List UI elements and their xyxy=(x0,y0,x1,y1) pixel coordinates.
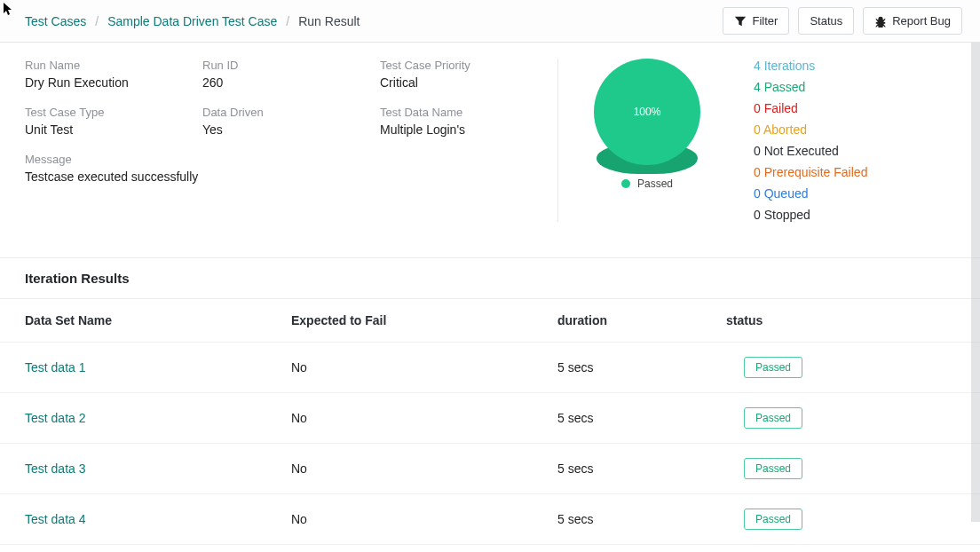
col-status: status xyxy=(726,313,955,327)
stat-prerequisite-failed[interactable]: 0 Prerequisite Failed xyxy=(754,165,867,179)
field-message: Message Testcase executed successfully xyxy=(25,153,557,184)
data-set-link[interactable]: Test data 2 xyxy=(25,411,291,425)
data-set-link[interactable]: Test data 3 xyxy=(25,461,291,476)
stat-passed-label: Passed xyxy=(764,80,806,94)
duration-value: 5 secs xyxy=(557,461,726,476)
status-badge: Passed xyxy=(744,357,802,378)
stats-list: 4 Iterations 4 Passed 0 Failed 0 Aborted… xyxy=(754,59,867,222)
breadcrumb-sep: / xyxy=(286,14,289,28)
stat-prereq-label: Prerequisite Failed xyxy=(764,165,868,179)
exp-fail-value: No xyxy=(291,461,557,476)
stat-queued[interactable]: 0 Queued xyxy=(754,186,867,201)
stat-queued-label: Queued xyxy=(764,186,809,201)
iteration-header-row: Data Set Name Expected to Fail duration … xyxy=(0,299,980,343)
bug-icon xyxy=(874,15,887,28)
breadcrumb-sep: / xyxy=(95,14,99,28)
stat-passed-count: 4 xyxy=(754,80,761,94)
duration-value: 5 secs xyxy=(557,411,726,425)
run-name-label: Run Name xyxy=(25,59,202,72)
priority-value: Critical xyxy=(380,75,557,90)
scrollbar-vertical[interactable] xyxy=(971,43,980,522)
legend-dot-passed xyxy=(621,179,630,188)
pie-legend: Passed xyxy=(621,177,673,190)
field-test-data-name: Test Data Name Multiple Login's xyxy=(380,106,557,137)
data-set-link[interactable]: Test data 4 xyxy=(25,512,291,526)
summary-fields: Run Name Dry Run Execution Run ID 260 Te… xyxy=(25,59,557,222)
filter-label: Filter xyxy=(752,14,778,28)
status-badge: Passed xyxy=(744,509,802,530)
filter-icon xyxy=(734,15,747,28)
stat-stopped-label: Stopped xyxy=(764,208,810,222)
filter-button[interactable]: Filter xyxy=(723,7,789,35)
duration-value: 5 secs xyxy=(557,512,726,526)
stat-aborted-label: Aborted xyxy=(763,122,807,137)
stat-prereq-count: 0 xyxy=(754,165,761,179)
pie-chart: 100% xyxy=(594,59,700,165)
field-priority: Test Case Priority Critical xyxy=(380,59,557,90)
stat-stopped-count: 0 xyxy=(754,208,761,222)
iteration-table: Data Set Name Expected to Fail duration … xyxy=(0,299,980,545)
field-case-type: Test Case Type Unit Test xyxy=(25,106,202,137)
test-data-name-value: Multiple Login's xyxy=(380,122,557,137)
message-label: Message xyxy=(25,153,557,166)
stat-aborted[interactable]: 0 Aborted xyxy=(754,122,867,137)
field-run-name: Run Name Dry Run Execution xyxy=(25,59,202,90)
exp-fail-value: No xyxy=(291,512,557,526)
breadcrumb: Test Cases / Sample Data Driven Test Cas… xyxy=(25,14,360,28)
field-data-driven: Data Driven Yes xyxy=(202,106,380,137)
report-bug-button[interactable]: Report Bug xyxy=(863,7,962,35)
case-type-value: Unit Test xyxy=(25,122,202,137)
run-name-value: Dry Run Execution xyxy=(25,75,202,90)
run-summary: Run Name Dry Run Execution Run ID 260 Te… xyxy=(0,43,980,257)
pie-center-label: 100% xyxy=(594,59,700,165)
duration-value: 5 secs xyxy=(557,360,726,375)
data-driven-label: Data Driven xyxy=(202,106,380,119)
stat-iterations-label: Iterations xyxy=(764,59,816,73)
data-set-link[interactable]: Test data 1 xyxy=(25,360,291,375)
case-type-label: Test Case Type xyxy=(25,106,202,119)
run-id-label: Run ID xyxy=(202,59,380,72)
stat-failed[interactable]: 0 Failed xyxy=(754,101,867,115)
report-bug-label: Report Bug xyxy=(892,14,951,28)
table-row: Test data 3 No 5 secs Passed xyxy=(0,444,980,494)
status-badge: Passed xyxy=(744,458,802,479)
stat-notexec-count: 0 xyxy=(754,144,761,158)
topbar: Test Cases / Sample Data Driven Test Cas… xyxy=(0,0,980,43)
stat-aborted-count: 0 xyxy=(754,122,761,137)
status-button[interactable]: Status xyxy=(798,7,854,35)
stat-queued-count: 0 xyxy=(754,186,761,201)
message-value: Testcase executed successfully xyxy=(25,170,557,184)
breadcrumb-sample-case[interactable]: Sample Data Driven Test Case xyxy=(107,14,277,28)
col-data-set-name: Data Set Name xyxy=(25,313,291,327)
col-duration: duration xyxy=(557,313,726,327)
field-run-id: Run ID 260 xyxy=(202,59,380,90)
breadcrumb-test-cases[interactable]: Test Cases xyxy=(25,14,86,28)
col-expected-to-fail: Expected to Fail xyxy=(291,313,557,327)
stat-failed-count: 0 xyxy=(754,101,761,115)
stat-iterations-count: 4 xyxy=(754,59,761,73)
topbar-actions: Filter Status Report Bug xyxy=(723,7,962,35)
stat-failed-label: Failed xyxy=(764,101,798,115)
stat-not-executed[interactable]: 0 Not Executed xyxy=(754,144,867,158)
summary-chart-stats: 100% Passed 4 Iterations 4 Passed 0 xyxy=(557,59,955,222)
iteration-results-title: Iteration Results xyxy=(0,257,980,299)
stat-notexec-label: Not Executed xyxy=(764,144,839,158)
legend-label-passed: Passed xyxy=(637,177,673,190)
table-row: Test data 2 No 5 secs Passed xyxy=(0,393,980,444)
table-row: Test data 1 No 5 secs Passed xyxy=(0,343,980,393)
run-id-value: 260 xyxy=(202,75,380,90)
status-label: Status xyxy=(810,14,842,28)
stat-stopped[interactable]: 0 Stopped xyxy=(754,208,867,222)
exp-fail-value: No xyxy=(291,411,557,425)
priority-label: Test Case Priority xyxy=(380,59,557,72)
test-data-name-label: Test Data Name xyxy=(380,106,557,119)
data-driven-value: Yes xyxy=(202,122,380,137)
status-badge: Passed xyxy=(744,407,802,429)
stat-passed[interactable]: 4 Passed xyxy=(754,80,867,94)
content-scroll[interactable]: Run Name Dry Run Execution Run ID 260 Te… xyxy=(0,43,980,552)
pie-chart-wrap: 100% Passed xyxy=(594,59,700,190)
exp-fail-value: No xyxy=(291,360,557,375)
breadcrumb-current: Run Result xyxy=(298,14,360,28)
table-row: Test data 4 No 5 secs Passed xyxy=(0,494,980,545)
stat-iterations[interactable]: 4 Iterations xyxy=(754,59,867,73)
